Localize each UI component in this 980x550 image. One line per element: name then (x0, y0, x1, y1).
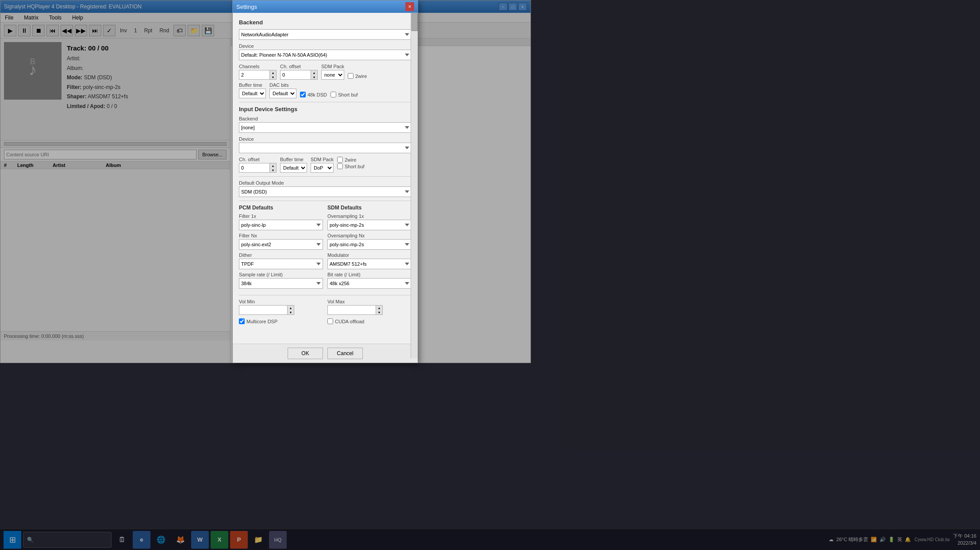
dialog-scroll-inner: Backend NetworkAudioAdapter Device Defau… (233, 13, 418, 329)
sample-rate-select[interactable]: 384k (239, 278, 323, 289)
in-buffer-time-select[interactable]: Default (280, 163, 307, 173)
in-offset-row: Ch. offset ▲ ▼ Buffer time Default (239, 157, 411, 173)
in-ch-offset-spinner-btns: ▲ ▼ (270, 163, 277, 173)
modulator-select[interactable]: AMSDM7 512+fs (327, 259, 411, 269)
in-ch-offset-down[interactable]: ▼ (270, 168, 276, 172)
separator-2 (239, 176, 411, 177)
dither-select[interactable]: TPDF (239, 259, 323, 269)
dialog-body[interactable]: Backend NetworkAudioAdapter Device Defau… (233, 13, 418, 344)
channels-row: Channels ▲ ▼ Ch. offset ▲ (239, 64, 411, 80)
backend-section: Backend NetworkAudioAdapter (239, 19, 411, 40)
buffer-row: Buffer time Default DAC bits Default 48k… (239, 82, 411, 98)
wire2-label: 2wire (348, 73, 367, 79)
settings-dialog: Settings × Backend NetworkAudioAdapter D… (232, 0, 418, 363)
dsd48k-checkbox[interactable] (300, 92, 306, 97)
vol-section: Vol Min -60.0dB ▲ ▼ Vol Max 0.0dB (239, 299, 411, 315)
ch-offset-label: Ch. offset (280, 64, 318, 69)
channels-down[interactable]: ▼ (270, 75, 276, 79)
cancel-button[interactable]: Cancel (327, 348, 363, 359)
in-short-buf-checkbox[interactable] (337, 163, 343, 169)
channels-spinner: ▲ ▼ (239, 70, 277, 80)
vol-max-down[interactable]: ▼ (376, 310, 382, 314)
in-ch-offset-input[interactable] (239, 163, 270, 173)
ch-offset-input[interactable] (280, 70, 311, 80)
oversamplingnx-label: Oversampling Nx (327, 233, 411, 238)
ch-offset-down[interactable]: ▼ (311, 75, 317, 79)
channels-group: Channels ▲ ▼ (239, 64, 277, 80)
separator-1 (239, 102, 411, 102)
separator-4 (239, 295, 411, 295)
ch-offset-up[interactable]: ▲ (311, 70, 317, 75)
pcm-sdm-section: PCM Defaults Filter 1x poly-sinc-lp Filt… (239, 205, 411, 291)
vol-max-up[interactable]: ▲ (376, 306, 382, 310)
device-select[interactable]: Default: Pioneer N-70A N-50A ASIO(64) (239, 50, 411, 60)
short-buf-checkbox[interactable] (331, 92, 336, 97)
default-output-mode-label: Default Output Mode (239, 180, 411, 186)
in-ch-offset-label: Ch. offset (239, 157, 277, 162)
input-device-title: Input Device Settings (239, 106, 411, 112)
dialog-scrollbar[interactable] (411, 13, 418, 344)
cuda-offload-col: CUDA offload (327, 318, 411, 324)
sample-rate-label: Sample rate (/ Limit) (239, 272, 323, 277)
default-output-mode-select[interactable]: SDM (DSD) (239, 186, 411, 197)
scrollbar-thumb[interactable] (411, 13, 418, 31)
in-backend-select[interactable]: [none] (239, 122, 411, 133)
multicore-dsp-label: Multicore DSP (239, 318, 323, 324)
vol-min-down[interactable]: ▼ (288, 310, 294, 314)
filter1x-select[interactable]: poly-sinc-lp (239, 220, 323, 230)
dialog-close-button[interactable]: × (405, 2, 414, 11)
oversamplingnx-select[interactable]: poly-sinc-mp-2s (327, 239, 411, 250)
dac-bits-select[interactable]: Default (269, 89, 296, 98)
modulator-label: Modulator (327, 252, 411, 258)
input-device-section: Input Device Settings Backend [none] Dev… (239, 106, 411, 173)
buffer-time-select[interactable]: Default (239, 89, 266, 98)
sdm-pack-select[interactable]: none (321, 70, 344, 80)
in-device-select[interactable] (239, 143, 411, 153)
in-backend-label: Backend (239, 116, 411, 121)
pcm-defaults-col: PCM Defaults Filter 1x poly-sinc-lp Filt… (239, 205, 323, 291)
filternx-label: Filter Nx (239, 233, 323, 238)
oversampling1x-select[interactable]: poly-sinc-mp-2s (327, 220, 411, 230)
bit-rate-select[interactable]: 48k x256 (327, 278, 411, 289)
cuda-offload-checkbox[interactable] (327, 318, 333, 324)
in-wire2-checkbox[interactable] (337, 157, 343, 163)
short-buf-group: Short buf (331, 82, 358, 98)
in-ch-offset-spinner: ▲ ▼ (239, 163, 277, 173)
in-device-label: Device (239, 136, 411, 142)
short-buf-label: Short buf (331, 92, 358, 97)
backend-select[interactable]: NetworkAudioAdapter (239, 29, 411, 40)
device-section: Device Default: Pioneer N-70A N-50A ASIO… (239, 43, 411, 60)
channels-input[interactable] (239, 70, 270, 80)
vol-min-input[interactable]: -60.0dB (239, 305, 288, 315)
dialog-overlay (0, 0, 980, 550)
dialog-footer: OK Cancel (233, 344, 418, 363)
vol-max-input[interactable]: 0.0dB (327, 305, 376, 315)
sdm-pack-group: SDM Pack none (321, 64, 344, 80)
in-buffer-time-label: Buffer time (280, 157, 307, 162)
vol-min-spinner-btns: ▲ ▼ (288, 305, 294, 315)
vol-max-col: Vol Max 0.0dB ▲ ▼ (327, 299, 411, 315)
channels-up[interactable]: ▲ (270, 70, 276, 75)
vol-max-label: Vol Max (327, 299, 411, 304)
dsp-section: Multicore DSP CUDA offload (239, 318, 411, 324)
in-buffer-time-group: Buffer time Default (280, 157, 307, 173)
vol-min-up[interactable]: ▲ (288, 306, 294, 310)
in-sdm-pack-select[interactable]: DoP (311, 163, 334, 173)
in-sdm-pack-label: SDM Pack (311, 157, 334, 162)
filternx-select[interactable]: poly-sinc-ext2 (239, 239, 323, 250)
device-label: Device (239, 43, 411, 49)
vol-min-label: Vol Min (239, 299, 323, 304)
dac-bits-label: DAC bits (269, 82, 296, 88)
buffer-time-group: Buffer time Default (239, 82, 266, 98)
channels-label: Channels (239, 64, 277, 69)
multicore-dsp-checkbox[interactable] (239, 318, 245, 324)
bit-rate-label: Bit rate (/ Limit) (327, 272, 411, 277)
backend-section-title: Backend (239, 19, 411, 26)
pcm-defaults-title: PCM Defaults (239, 205, 323, 211)
ok-button[interactable]: OK (288, 348, 323, 359)
dialog-title: Settings (236, 4, 257, 10)
dialog-titlebar: Settings × (233, 0, 418, 13)
in-ch-offset-up[interactable]: ▲ (270, 163, 276, 168)
ch-offset-spinner: ▲ ▼ (280, 70, 318, 80)
wire2-checkbox[interactable] (348, 73, 354, 79)
